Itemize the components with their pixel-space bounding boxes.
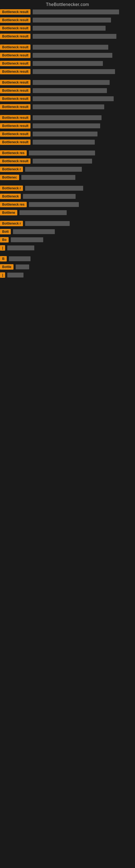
bottleneck-row[interactable]: Bottleneck result	[0, 60, 135, 67]
bottleneck-badge: Bottleneck result	[0, 88, 31, 93]
bottleneck-badge: Bottleneck	[0, 194, 21, 199]
bottleneck-badge: Bottleneck result	[0, 104, 31, 110]
bottleneck-row[interactable]: Bottleneck result	[0, 103, 135, 111]
bottleneck-badge: |	[0, 272, 5, 278]
bottleneck-badge: Bott	[0, 229, 11, 235]
bottleneck-badge: Bottleneck r	[0, 186, 23, 191]
bottleneck-badge: Bottleneck result	[0, 115, 31, 120]
chart-bar	[25, 186, 83, 191]
chart-bar	[33, 88, 107, 93]
bottleneck-row[interactable]: Bottleneck	[0, 193, 135, 200]
bottleneck-row[interactable]: Bottleneck result	[0, 24, 135, 32]
bottleneck-row[interactable]: Bottleneck result	[0, 122, 135, 130]
bottleneck-row[interactable]: Bottleneck result	[0, 157, 135, 165]
bottleneck-badge: Bottlene	[0, 210, 17, 215]
bottleneck-row[interactable]: |	[0, 244, 135, 252]
bottleneck-badge: Bottleneck result	[0, 131, 31, 137]
chart-bar	[13, 229, 55, 234]
bottleneck-row[interactable]: Bottleneck result	[0, 43, 135, 51]
bottleneck-row[interactable]: Bottleneck res	[0, 201, 135, 208]
chart-bar	[33, 104, 104, 109]
bottleneck-badge: Bottleneck result	[0, 123, 31, 129]
chart-bar	[33, 9, 119, 14]
bottleneck-row[interactable]: Bottlenec	[0, 174, 135, 181]
bottleneck-row[interactable]: Bottleneck r	[0, 220, 135, 227]
bottleneck-badge: Bottleneck result	[0, 26, 31, 31]
chart-bar	[33, 131, 97, 136]
bottleneck-row[interactable]: Bottleneck result	[0, 33, 135, 40]
chart-bar	[21, 175, 75, 180]
bottleneck-row[interactable]: Bottleneck result	[0, 130, 135, 138]
bottleneck-row[interactable]: Bottleneck result	[0, 8, 135, 16]
bottleneck-badge: Bottleneck result	[0, 61, 31, 66]
bottleneck-badge: Bottleneck result	[0, 18, 31, 23]
bottleneck-badge: Bottleneck res	[0, 202, 27, 207]
chart-bar	[11, 237, 43, 242]
bottleneck-badge: Bottleneck r	[0, 166, 23, 172]
chart-bar	[25, 167, 82, 172]
chart-bar	[29, 202, 79, 207]
bottleneck-row[interactable]: Bottleneck result	[0, 79, 135, 86]
chart-bar	[33, 80, 109, 85]
bottleneck-row[interactable]: Bottleneck result	[0, 87, 135, 94]
bottleneck-list: Bottleneck resultBottleneck resultBottle…	[0, 8, 135, 279]
bottleneck-row[interactable]: Bottleneck result	[0, 68, 135, 75]
bottleneck-badge: Bottle	[0, 264, 13, 270]
site-title: TheBottlenecker.com	[0, 0, 135, 8]
bottleneck-badge: Bottleneck result	[0, 158, 31, 164]
bottleneck-row[interactable]: Bottleneck result	[0, 52, 135, 59]
bottleneck-badge: B	[0, 256, 7, 261]
bottleneck-badge: Bottleneck r	[0, 221, 23, 226]
bottleneck-badge: Bottlenec	[0, 175, 19, 180]
bottleneck-row[interactable]: |	[0, 271, 135, 279]
chart-bar	[25, 221, 70, 226]
bottleneck-badge: Bottleneck result	[0, 96, 31, 101]
bottleneck-badge: |	[0, 245, 5, 251]
bottleneck-badge: Bottleneck result	[0, 34, 31, 39]
chart-bar	[7, 273, 24, 278]
chart-bar	[33, 140, 95, 145]
bottleneck-badge: Bottleneck result	[0, 140, 31, 145]
chart-bar	[7, 246, 34, 250]
chart-bar	[16, 265, 29, 269]
bottleneck-row[interactable]: Bottlene	[0, 209, 135, 216]
chart-bar	[33, 61, 103, 66]
chart-bar	[23, 194, 76, 199]
chart-bar	[9, 256, 31, 261]
bottleneck-badge: Bottleneck result	[0, 9, 31, 14]
bottleneck-badge: Bottleneck result	[0, 44, 31, 50]
chart-bar	[33, 96, 114, 101]
bottleneck-row[interactable]: Bottleneck result	[0, 95, 135, 102]
chart-bar	[19, 210, 67, 215]
chart-bar	[33, 18, 111, 23]
bottleneck-row[interactable]: Bottleneck res	[0, 149, 135, 157]
chart-bar	[33, 159, 92, 163]
bottleneck-row[interactable]: B	[0, 255, 135, 262]
chart-bar	[33, 69, 115, 74]
bottleneck-row[interactable]: Bo	[0, 236, 135, 244]
bottleneck-row[interactable]: Bottleneck result	[0, 16, 135, 24]
bottleneck-badge: Bottleneck result	[0, 80, 31, 85]
bottleneck-row[interactable]: Bottle	[0, 263, 135, 271]
bottleneck-badge: Bo	[0, 237, 9, 243]
bottleneck-row[interactable]: Bottleneck result	[0, 138, 135, 146]
bottleneck-badge: Bottleneck result	[0, 69, 31, 74]
chart-bar	[33, 115, 101, 120]
chart-bar	[33, 53, 112, 58]
bottleneck-badge: Bottleneck res	[0, 150, 27, 156]
bottleneck-row[interactable]: Bott	[0, 228, 135, 236]
chart-bar	[33, 34, 117, 39]
chart-bar	[33, 45, 108, 50]
chart-bar	[29, 151, 95, 155]
chart-bar	[33, 26, 105, 31]
bottleneck-row[interactable]: Bottleneck r	[0, 165, 135, 173]
bottleneck-badge: Bottleneck result	[0, 53, 31, 58]
bottleneck-row[interactable]: Bottleneck result	[0, 114, 135, 122]
bottleneck-row[interactable]: Bottleneck r	[0, 184, 135, 192]
chart-bar	[33, 123, 100, 128]
